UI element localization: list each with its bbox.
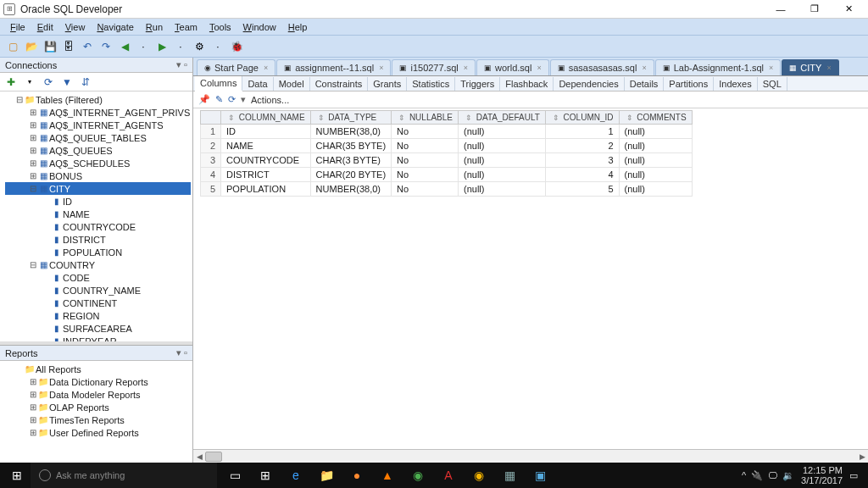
close-icon[interactable]: × (769, 64, 773, 72)
panel-minimize-icon[interactable]: ▾ (176, 59, 181, 70)
expand-icon[interactable]: ⊟ (15, 95, 24, 104)
menu-view[interactable]: View (60, 20, 91, 34)
subtab-dependencies[interactable]: Dependencies (554, 77, 624, 91)
tab-start-page[interactable]: ◉Start Page× (197, 59, 275, 75)
column-header[interactable]: ⇕ COLUMN_NAME (221, 111, 311, 125)
expand-icon[interactable]: ⊞ (29, 133, 37, 142)
edit-icon[interactable]: ✎ (215, 94, 223, 105)
forward-icon[interactable]: ▶ (154, 39, 170, 54)
new-connection-icon[interactable]: ✚ (3, 75, 19, 90)
sep1[interactable]: · (136, 39, 151, 54)
tree-item[interactable]: ▮ SURFACEAREA (5, 322, 191, 335)
tab-world-sql[interactable]: ▣world.sql× (476, 59, 549, 75)
subtab-partitions[interactable]: Partitions (664, 77, 714, 91)
expand-icon[interactable]: ⊞ (29, 390, 37, 399)
new-icon[interactable]: ▢ (5, 39, 20, 54)
tree-icon[interactable]: ⇵ (78, 75, 93, 90)
tree-item[interactable]: ⊟📁 Tables (Filtered) (5, 93, 191, 106)
tree-item[interactable]: ▮ CONTINENT (5, 297, 191, 309)
panel-close-icon[interactable]: ▫ (184, 59, 187, 70)
tree-item[interactable]: ▮ ID (5, 195, 191, 208)
sqldev-icon[interactable]: ▣ (526, 463, 554, 488)
expand-icon[interactable]: ⊞ (29, 146, 37, 155)
minimize-button[interactable]: — (765, 1, 797, 18)
columns-grid[interactable]: ⇕ COLUMN_NAME⇕ DATA_TYPE⇕ NULLABLE⇕ DATA… (200, 110, 693, 197)
cortana-search[interactable]: Ask me anything (31, 463, 217, 488)
menu-file[interactable]: File (5, 20, 31, 34)
reports-tree[interactable]: 📁 All Reports⊞📁 Data Dictionary Reports⊞… (0, 361, 192, 463)
scroll-left-icon[interactable]: ◀ (193, 450, 205, 463)
tree-item[interactable]: ⊞▦ AQ$_SCHEDULES (5, 157, 191, 169)
store-icon[interactable]: ⊞ (251, 463, 280, 488)
expand-icon[interactable]: ⊞ (29, 158, 37, 168)
firefox-icon[interactable]: ● (342, 463, 371, 488)
subtab-details[interactable]: Details (625, 77, 665, 91)
expand-icon[interactable]: ⊞ (29, 415, 37, 424)
column-header[interactable]: ⇕ COMMENTS (619, 111, 692, 125)
task-view-icon[interactable]: ▭ (220, 463, 249, 488)
tree-item[interactable]: ⊞▦ BONUS (5, 169, 191, 182)
adobe-icon[interactable]: A (434, 463, 463, 488)
close-icon[interactable]: × (264, 64, 268, 72)
expand-icon[interactable]: ⊞ (29, 108, 37, 117)
tree-item[interactable]: ▮ CODE (5, 271, 191, 284)
expand-icon[interactable]: ⊞ (29, 377, 37, 386)
tree-item[interactable]: ⊞📁 Data Modeler Reports (5, 388, 191, 401)
tab-i150277-sql[interactable]: ▣i150277.sql× (392, 59, 476, 75)
subtab-sql[interactable]: SQL (758, 77, 787, 91)
run-icon[interactable]: ⚙ (192, 39, 207, 54)
tray-icon[interactable]: ^ (742, 470, 746, 481)
table-row[interactable]: 2NAMECHAR(35 BYTE)No(null)2(null) (201, 139, 693, 153)
dropdown-icon[interactable]: ▾ (22, 75, 37, 90)
subtab-flashback[interactable]: Flashback (500, 77, 554, 91)
tree-item[interactable]: ⊟▦ COUNTRY (5, 258, 191, 271)
tray-icon[interactable]: 🔌 (751, 470, 763, 481)
tree-item[interactable]: ⊞▦ AQ$_INTERNET_AGENTS (5, 119, 191, 131)
close-icon[interactable]: × (642, 64, 646, 72)
tree-item[interactable]: ⊞▦ AQ$_INTERNET_AGENT_PRIVS (5, 106, 191, 119)
tree-item[interactable]: 📁 All Reports (5, 363, 191, 375)
system-tray[interactable]: ^🔌🖵🔉 12:15 PM 3/17/2017 ▭ (735, 465, 865, 485)
chrome1-icon[interactable]: ◉ (403, 463, 432, 488)
expand-icon[interactable]: ⊟ (29, 260, 37, 269)
tree-item[interactable]: ⊞📁 Data Dictionary Reports (5, 375, 191, 388)
close-icon[interactable]: × (826, 64, 831, 72)
tree-item[interactable]: ▮ REGION (5, 309, 191, 322)
column-header[interactable]: ⇕ COLUMN_ID (545, 111, 619, 125)
sep3[interactable]: · (210, 39, 225, 54)
vlc-icon[interactable]: ▲ (373, 463, 402, 488)
tree-item[interactable]: ▮ COUNTRYCODE (5, 220, 191, 233)
clock[interactable]: 12:15 PM 3/17/2017 (801, 465, 843, 485)
column-header[interactable]: ⇕ DATA_TYPE (310, 111, 392, 125)
calc-icon[interactable]: ▦ (495, 463, 524, 488)
open-icon[interactable]: 📂 (24, 39, 39, 54)
column-header[interactable]: ⇕ DATA_DEFAULT (459, 111, 546, 125)
chrome2-icon[interactable]: ◉ (465, 463, 493, 488)
tree-item[interactable]: ⊞📁 User Defined Reports (5, 426, 191, 439)
expand-icon[interactable]: ⊞ (29, 402, 37, 412)
explorer-icon[interactable]: 📁 (312, 463, 341, 488)
tray-icon[interactable]: 🔉 (782, 470, 794, 481)
undo-icon[interactable]: ↶ (80, 39, 95, 54)
menu-edit[interactable]: Edit (32, 20, 58, 34)
maximize-button[interactable]: ❐ (798, 1, 831, 18)
menu-navigate[interactable]: Navigate (92, 20, 138, 34)
refresh-grid-icon[interactable]: ⟳ (228, 94, 236, 105)
close-icon[interactable]: × (537, 64, 541, 72)
scroll-right-icon[interactable]: ▶ (856, 450, 868, 463)
menu-tools[interactable]: Tools (204, 20, 236, 34)
refresh-icon[interactable]: ⟳ (41, 75, 56, 90)
tree-item[interactable]: ▮ POPULATION (5, 246, 191, 258)
redo-icon[interactable]: ↷ (98, 39, 114, 54)
tree-item[interactable]: ▮ NAME (5, 208, 191, 220)
close-icon[interactable]: × (464, 64, 468, 72)
menu-team[interactable]: Team (170, 20, 203, 34)
tab-sasasasasas-sql[interactable]: ▣sasasasasas.sql× (550, 59, 654, 75)
subtab-columns[interactable]: Columns (195, 76, 242, 92)
horizontal-scrollbar[interactable]: ◀ ▶ (193, 449, 868, 463)
connections-tree[interactable]: ⊟📁 Tables (Filtered)⊞▦ AQ$_INTERNET_AGEN… (0, 92, 192, 341)
expand-icon[interactable]: ⊞ (29, 171, 37, 180)
expand-icon[interactable]: ⊞ (29, 120, 37, 130)
tree-item[interactable]: ⊞▦ AQ$_QUEUES (5, 144, 191, 157)
sep2[interactable]: · (173, 39, 188, 54)
